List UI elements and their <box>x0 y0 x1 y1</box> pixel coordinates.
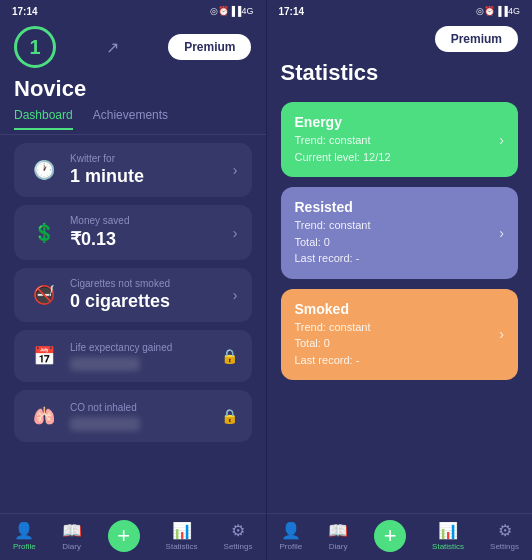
kwitter-label: Kwitter for <box>70 153 144 164</box>
tab-dashboard[interactable]: Dashboard <box>14 108 73 130</box>
energy-card[interactable]: Energy Trend: constantCurrent level: 12/… <box>281 102 519 177</box>
nav-statistics[interactable]: 📊 Statistics <box>166 521 198 551</box>
nav-add-button[interactable]: + <box>108 520 140 552</box>
money-label: Money saved <box>70 215 129 226</box>
nav-diary[interactable]: 📖 Diary <box>62 521 82 551</box>
settings-icon: ⚙ <box>231 521 245 540</box>
chevron-icon: › <box>233 162 238 178</box>
profile-icon: 👤 <box>14 521 34 540</box>
kwitter-card[interactable]: 🕐 Kwitter for 1 minute › <box>14 143 252 197</box>
left-screen: 17:14 ◎⏰▐▐4G 1 ↗ Premium Novice Dashboar… <box>0 0 266 560</box>
resisted-detail: Trend: constantTotal: 0Last record: - <box>295 217 371 267</box>
right-profile-icon: 👤 <box>281 521 301 540</box>
right-nav-diary[interactable]: 📖 Diary <box>328 521 348 551</box>
right-nav-statistics-label: Statistics <box>432 542 464 551</box>
right-nav-settings[interactable]: ⚙ Settings <box>490 521 519 551</box>
lungs-icon: 🫁 <box>28 400 60 432</box>
diary-icon: 📖 <box>62 521 82 540</box>
expectancy-card: 📅 Life expectancy gained 🔒 <box>14 330 252 382</box>
chevron-icon: › <box>233 287 238 303</box>
nav-settings-label: Settings <box>224 542 253 551</box>
right-nav-add-button[interactable]: + <box>374 520 406 552</box>
expectancy-label: Life expectancy gained <box>70 342 172 353</box>
right-time: 17:14 <box>279 6 305 17</box>
money-card[interactable]: 💲 Money saved ₹0.13 › <box>14 205 252 260</box>
energy-chevron: › <box>499 132 504 148</box>
level-circle: 1 <box>14 26 56 68</box>
cigarettes-value: 0 cigarettes <box>70 291 170 312</box>
co-card: 🫁 CO not inhaled 🔒 <box>14 390 252 442</box>
share-icon[interactable]: ↗ <box>106 38 119 57</box>
nav-diary-label: Diary <box>62 542 81 551</box>
money-icon: 💲 <box>28 217 60 249</box>
right-nav-diary-label: Diary <box>329 542 348 551</box>
expectancy-blurred <box>70 357 140 371</box>
right-bottom-nav: 👤 Profile 📖 Diary + 📊 Statistics ⚙ Setti… <box>267 513 533 560</box>
right-nav-statistics[interactable]: 📊 Statistics <box>432 521 464 551</box>
smoked-title: Smoked <box>295 301 371 317</box>
smoked-card[interactable]: Smoked Trend: constantTotal: 0Last recor… <box>281 289 519 381</box>
left-status-bar: 17:14 ◎⏰▐▐4G <box>0 0 266 20</box>
nav-profile-label: Profile <box>13 542 36 551</box>
left-header: 1 ↗ Premium <box>0 20 266 72</box>
left-time: 17:14 <box>12 6 38 17</box>
tab-achievements[interactable]: Achievements <box>93 108 168 130</box>
calendar-icon: 📅 <box>28 340 60 372</box>
resisted-chevron: › <box>499 225 504 241</box>
premium-button[interactable]: Premium <box>168 34 251 60</box>
right-nav-profile[interactable]: 👤 Profile <box>279 521 302 551</box>
right-screen: 17:14 ◎⏰▐▐4G Premium Statistics Energy T… <box>267 0 533 560</box>
statistics-icon: 📊 <box>172 521 192 540</box>
resisted-title: Resisted <box>295 199 371 215</box>
no-smoking-icon: 🚭 <box>28 279 60 311</box>
clock-icon: 🕐 <box>28 154 60 186</box>
chevron-icon: › <box>233 225 238 241</box>
left-status-icons: ◎⏰▐▐4G <box>210 6 254 16</box>
nav-settings[interactable]: ⚙ Settings <box>224 521 253 551</box>
nav-statistics-label: Statistics <box>166 542 198 551</box>
right-nav-profile-label: Profile <box>279 542 302 551</box>
smoked-detail: Trend: constantTotal: 0Last record: - <box>295 319 371 369</box>
right-status-bar: 17:14 ◎⏰▐▐4G <box>267 0 533 20</box>
lock-icon-2: 🔒 <box>221 408 238 424</box>
resisted-card[interactable]: Resisted Trend: constantTotal: 0Last rec… <box>281 187 519 279</box>
username-label: Novice <box>0 72 266 104</box>
signal-icon: ◎⏰▐▐4G <box>210 6 254 16</box>
right-statistics-icon: 📊 <box>438 521 458 540</box>
money-value: ₹0.13 <box>70 228 129 250</box>
stats-page-title: Statistics <box>267 56 533 94</box>
co-blurred <box>70 417 140 431</box>
right-status-icons: ◎⏰▐▐4G <box>476 6 520 16</box>
energy-title: Energy <box>295 114 391 130</box>
cigarettes-card[interactable]: 🚭 Cigarettes not smoked 0 cigarettes › <box>14 268 252 322</box>
right-premium-button[interactable]: Premium <box>435 26 518 52</box>
stats-cards-container: Energy Trend: constantCurrent level: 12/… <box>267 94 533 513</box>
dashboard-cards: 🕐 Kwitter for 1 minute › 💲 Money saved ₹… <box>0 135 266 513</box>
energy-detail: Trend: constantCurrent level: 12/12 <box>295 132 391 165</box>
kwitter-value: 1 minute <box>70 166 144 187</box>
right-signal-icon: ◎⏰▐▐4G <box>476 6 520 16</box>
right-nav-settings-label: Settings <box>490 542 519 551</box>
lock-icon: 🔒 <box>221 348 238 364</box>
right-diary-icon: 📖 <box>328 521 348 540</box>
left-bottom-nav: 👤 Profile 📖 Diary + 📊 Statistics ⚙ Setti… <box>0 513 266 560</box>
smoked-chevron: › <box>499 326 504 342</box>
nav-profile[interactable]: 👤 Profile <box>13 521 36 551</box>
right-settings-icon: ⚙ <box>498 521 512 540</box>
co-label: CO not inhaled <box>70 402 140 413</box>
cigarettes-label: Cigarettes not smoked <box>70 278 170 289</box>
tab-bar: Dashboard Achievements <box>0 104 266 135</box>
right-header: Premium <box>267 20 533 56</box>
